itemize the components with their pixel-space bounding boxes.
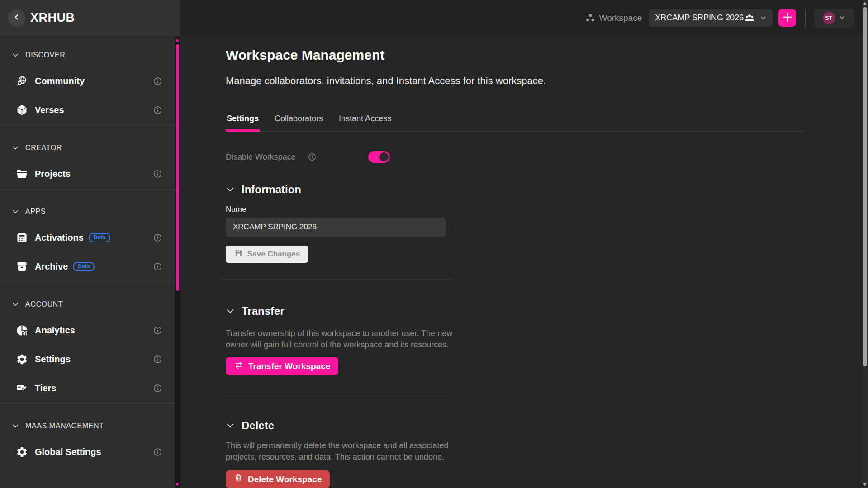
sidebar-item-label: Community — [35, 76, 85, 86]
top-bar: XRHUB Workspace XRCAMP SRPING 2026 — [0, 0, 868, 36]
sidebar-item-label: Activations — [35, 232, 84, 243]
scroll-up-icon[interactable] — [175, 38, 179, 42]
transfer-section-header[interactable]: Transfer — [226, 305, 862, 317]
sidebar-divider — [0, 282, 175, 282]
tiers-icon — [15, 382, 28, 394]
chevron-down-icon — [12, 422, 19, 430]
disable-workspace-row: Disable Workspace — [226, 151, 862, 163]
save-changes-button[interactable]: Save Changes — [226, 246, 308, 263]
transfer-section-title: Transfer — [242, 305, 285, 317]
scroll-up-icon[interactable] — [863, 2, 867, 5]
beta-badge: Beta — [89, 233, 110, 242]
chevron-down-icon — [760, 14, 767, 21]
sidebar-item-label: Archive — [35, 261, 68, 272]
info-icon[interactable] — [153, 233, 162, 242]
scroll-down-icon[interactable] — [863, 483, 867, 486]
sidebar-item-activations[interactable]: Activations Beta — [15, 227, 175, 248]
scroll-down-icon[interactable] — [175, 483, 179, 486]
sidebar-section-apps[interactable]: APPS — [12, 208, 175, 216]
section-divider — [219, 393, 453, 393]
sidebar-item-archive[interactable]: Archive Beta — [15, 256, 175, 277]
workspace-selector-dropdown[interactable]: XRCAMP SRPING 2026 — [649, 9, 773, 27]
chevron-down-icon — [12, 52, 19, 59]
beta-badge: Beta — [73, 262, 95, 271]
chevron-down-icon — [12, 301, 19, 308]
info-icon[interactable] — [153, 106, 162, 114]
info-icon[interactable] — [153, 170, 162, 178]
activations-icon — [15, 232, 28, 244]
info-icon[interactable] — [308, 153, 316, 161]
global-settings-icon — [15, 446, 28, 458]
transfer-workspace-button[interactable]: Transfer Workspace — [226, 357, 338, 375]
sidebar-divider — [0, 403, 175, 404]
settings-icon — [15, 353, 28, 365]
chevron-down-icon — [12, 208, 19, 215]
info-icon[interactable] — [153, 355, 162, 364]
sidebar-section-account[interactable]: ACCOUNT — [12, 300, 175, 308]
sidebar-scrollbar-thumb[interactable] — [176, 44, 179, 291]
save-changes-label: Save Changes — [247, 250, 300, 259]
user-menu-button[interactable]: ST — [814, 9, 854, 28]
sidebar-divider — [0, 189, 175, 190]
workspace-name-input[interactable] — [226, 218, 446, 237]
name-field-label: Name — [226, 205, 862, 214]
disable-workspace-toggle[interactable] — [368, 151, 390, 163]
main-content: Workspace Management Manage collaborator… — [180, 37, 862, 488]
add-workspace-button[interactable] — [778, 9, 796, 27]
tab-bar: Settings Collaborators Instant Access — [226, 114, 803, 132]
verses-icon — [15, 104, 28, 116]
information-section-header[interactable]: Information — [226, 183, 862, 196]
delete-description: This will permanently delete the workspa… — [226, 440, 454, 463]
info-icon[interactable] — [153, 384, 162, 393]
sidebar-item-community[interactable]: Community — [15, 70, 175, 92]
transfer-workspace-label: Transfer Workspace — [248, 361, 330, 371]
sidebar-item-label: Global Settings — [35, 447, 101, 457]
info-icon[interactable] — [153, 262, 162, 271]
sidebar-item-label: Analytics — [35, 325, 75, 336]
page-scrollbar[interactable] — [862, 0, 868, 488]
sidebar-item-projects[interactable]: Projects — [15, 163, 175, 185]
chevron-down-icon — [12, 144, 19, 152]
sidebar-item-label: Tiers — [35, 383, 56, 393]
info-icon[interactable] — [153, 77, 162, 85]
delete-icon — [234, 474, 243, 485]
sidebar-item-verses[interactable]: Verses — [15, 99, 175, 121]
delete-section-header[interactable]: Delete — [226, 419, 862, 432]
community-icon — [15, 75, 28, 87]
sidebar-item-global-settings[interactable]: Global Settings — [15, 441, 175, 463]
tab-instant-access[interactable]: Instant Access — [338, 114, 392, 132]
sidebar-scrollbar[interactable] — [175, 37, 180, 488]
plus-icon — [782, 11, 793, 24]
app-logo: XRHUB — [30, 11, 75, 25]
delete-workspace-label: Delete Workspace — [248, 474, 322, 484]
sidebar-divider — [0, 125, 175, 126]
tab-collaborators[interactable]: Collaborators — [274, 114, 324, 132]
tab-settings[interactable]: Settings — [226, 114, 260, 132]
page-title: Workspace Management — [226, 47, 862, 63]
sidebar-section-maas-management[interactable]: MAAS MANAGEMENT — [12, 422, 175, 430]
toggle-knob — [379, 152, 389, 161]
info-icon[interactable] — [153, 326, 162, 335]
top-bar-actions: Workspace XRCAMP SRPING 2026 ST — [180, 0, 868, 36]
sidebar: DISCOVER Community Verses — [0, 37, 175, 488]
sidebar-section-creator[interactable]: CREATOR — [12, 144, 175, 152]
sidebar-item-label: Projects — [35, 169, 71, 179]
sidebar-section-discover[interactable]: DISCOVER — [12, 51, 175, 59]
sidebar-item-label: Settings — [35, 354, 71, 365]
sidebar-item-analytics[interactable]: Analytics — [15, 319, 175, 341]
sidebar-item-settings[interactable]: Settings — [15, 348, 175, 370]
page-scrollbar-thumb[interactable] — [863, 7, 867, 366]
info-icon[interactable] — [153, 448, 162, 456]
chevron-down-icon — [226, 307, 235, 316]
sidebar-item-tiers[interactable]: Tiers — [15, 377, 175, 399]
avatar: ST — [823, 12, 835, 24]
sidebar-item-label: Verses — [35, 105, 64, 115]
delete-workspace-button[interactable]: Delete Workspace — [226, 470, 330, 488]
workspace-name: XRCAMP SRPING 2026 — [655, 13, 744, 23]
workspace-icon — [585, 13, 595, 23]
chevron-down-icon — [226, 421, 235, 430]
disable-workspace-label: Disable Workspace — [226, 152, 296, 162]
people-icon — [745, 13, 754, 23]
back-button[interactable] — [8, 9, 25, 27]
information-section-title: Information — [242, 183, 301, 196]
